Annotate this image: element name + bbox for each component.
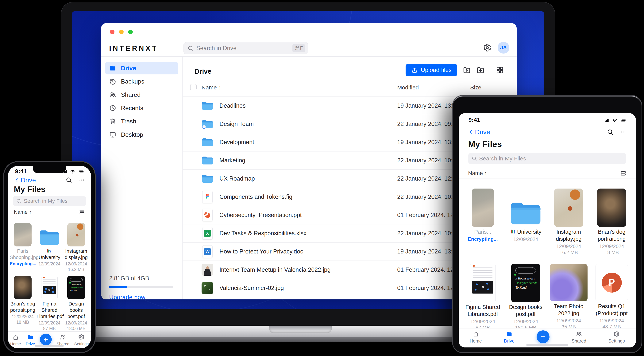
file-name: UX Roadmap bbox=[220, 175, 255, 182]
grid-item[interactable]: P Results Q1 (Product).ppt 12/09/2024 48… bbox=[591, 264, 632, 328]
grid-item[interactable]: Instagram display.jpg 12/09/2024 16.2 MB bbox=[548, 188, 589, 255]
file-modified: 22 January 2024. 10:08 bbox=[397, 193, 459, 200]
search-icon[interactable] bbox=[607, 129, 614, 135]
new-folder-button[interactable] bbox=[476, 66, 485, 74]
upload-files-button[interactable]: Upload files bbox=[406, 64, 457, 76]
file-modified: 22 January 2024. 09:2 bbox=[397, 121, 456, 127]
stage: INTERNXT Search in Drive ⌘F JA Drive Bac… bbox=[0, 0, 644, 356]
grid-item[interactable]: Figma Shared Libraries.pdf 12/09/2024 87… bbox=[36, 276, 62, 331]
upload-icon bbox=[411, 67, 418, 73]
sort-bar: Name ↑ bbox=[468, 170, 626, 177]
page-title: My Files bbox=[14, 185, 46, 194]
nav-drive[interactable]: Drive bbox=[26, 334, 35, 346]
column-size[interactable]: Size bbox=[470, 84, 481, 91]
nav-settings[interactable]: Settings bbox=[608, 331, 625, 344]
grid-item[interactable]: Instagram display.jpg 12/09/2024 16.2 MB bbox=[63, 223, 89, 272]
item-size: 48.7 MB bbox=[591, 324, 632, 328]
sidebar-item-recents[interactable]: Recents bbox=[105, 102, 178, 114]
macbook-lid-notch bbox=[269, 326, 332, 333]
battery-icon bbox=[78, 169, 85, 175]
grid-item[interactable]: Team Photo 2022.jpg 12/09/2024 35 MB bbox=[548, 264, 589, 328]
sort-by-name[interactable]: Name ↑ bbox=[14, 209, 32, 215]
item-date: 12/09/2024 bbox=[591, 318, 632, 324]
more-options-icon[interactable] bbox=[620, 129, 626, 135]
avatar[interactable]: JA bbox=[498, 42, 510, 53]
drive-search-input[interactable]: Search in Drive ⌘F bbox=[184, 42, 308, 54]
grid-item[interactable]: 5 Books EveryDesigner NeedsTo Read Desig… bbox=[63, 276, 89, 331]
sort-by-name[interactable]: Name ↑ bbox=[468, 170, 487, 177]
add-button[interactable] bbox=[40, 334, 52, 345]
sidebar-item-trash[interactable]: Trash bbox=[105, 115, 178, 128]
storage-usage-text: 2.81GB of 4GB bbox=[109, 275, 174, 282]
back-button[interactable]: Drive bbox=[468, 128, 490, 136]
item-name: Paris Shopping.jpg bbox=[10, 248, 36, 260]
pdf-thumbnail bbox=[41, 276, 58, 299]
users-icon bbox=[576, 331, 582, 337]
search-icon[interactable] bbox=[66, 177, 72, 183]
sidebar-item-label: Drive bbox=[121, 65, 136, 72]
powerpoint-thumbnail: P bbox=[596, 264, 628, 301]
search-input[interactable]: Search in My Files bbox=[468, 153, 626, 164]
iphone-notch bbox=[33, 166, 66, 173]
sidebar-item-shared[interactable]: Shared bbox=[105, 88, 178, 101]
folder-icon bbox=[509, 188, 542, 227]
photo-thumbnail bbox=[472, 188, 494, 227]
nav-shared[interactable]: Shared bbox=[56, 334, 70, 346]
nav-drive[interactable]: Drive bbox=[504, 331, 514, 344]
more-options-icon[interactable] bbox=[78, 177, 85, 183]
search-icon bbox=[188, 45, 194, 51]
grid-item[interactable]: University 12/09/2024 bbox=[505, 188, 546, 255]
upload-folder-button[interactable] bbox=[462, 66, 471, 74]
nav-settings[interactable]: Settings bbox=[74, 334, 88, 346]
main-actions: Upload files bbox=[406, 64, 504, 76]
item-name: Design books post.pdf bbox=[505, 304, 546, 318]
item-date: 12/09/2024 bbox=[36, 320, 62, 326]
grid-item[interactable]: Brian’s dog portrait.png 12/09/2024 18 M… bbox=[591, 188, 632, 255]
minimize-window-button[interactable] bbox=[119, 30, 124, 34]
nav-shared[interactable]: Shared bbox=[572, 331, 586, 344]
grid-item[interactable]: Brian’s dog portrait.png 12/09/2024 18 M… bbox=[10, 276, 36, 331]
column-modified[interactable]: Modified bbox=[397, 84, 419, 91]
page-title: Drive bbox=[195, 68, 212, 75]
upgrade-now-link[interactable]: Upgrade now bbox=[109, 294, 174, 299]
item-name: Instagram display.jpg bbox=[548, 228, 589, 242]
ppt-icon bbox=[202, 209, 213, 221]
sidebar-item-label: Trash bbox=[121, 118, 136, 125]
close-window-button[interactable] bbox=[110, 30, 114, 34]
search-input[interactable]: Search in My Files bbox=[13, 196, 86, 206]
select-all-checkbox[interactable] bbox=[190, 84, 196, 90]
settings-gear-button[interactable] bbox=[483, 43, 492, 52]
nav-home[interactable]: Home bbox=[470, 331, 482, 344]
chevron-left-icon bbox=[14, 177, 20, 183]
excel-icon: X bbox=[202, 227, 213, 240]
photo-leaves-icon bbox=[202, 282, 213, 294]
zoom-window-button[interactable] bbox=[128, 30, 133, 34]
item-name: Instagram display.jpg bbox=[63, 248, 89, 260]
item-name: University bbox=[36, 248, 62, 260]
sidebar-item-backups[interactable]: Backups bbox=[105, 75, 178, 88]
back-button[interactable]: Drive bbox=[14, 177, 36, 184]
add-button[interactable] bbox=[536, 330, 550, 343]
file-name: Valencia-Summer-02.jpg bbox=[220, 285, 284, 291]
list-view-icon[interactable] bbox=[79, 209, 85, 215]
file-grid: Paris Shopping.jpg Encrypting... Univers… bbox=[9, 217, 90, 331]
folder-fill-icon bbox=[27, 334, 34, 341]
users-icon bbox=[60, 334, 66, 341]
sidebar-item-drive[interactable]: Drive bbox=[105, 62, 178, 74]
column-name[interactable]: Name ↑ bbox=[202, 84, 221, 91]
file-name: Deadlines bbox=[220, 102, 246, 109]
item-date: 12/09/2024 bbox=[548, 243, 589, 249]
sidebar-item-desktop[interactable]: Desktop bbox=[105, 128, 178, 141]
list-view-icon[interactable] bbox=[620, 170, 626, 177]
grid-item[interactable]: 5 Books EveryDesigner NeedsTo Read Desig… bbox=[505, 264, 546, 328]
books-icon bbox=[46, 248, 51, 253]
item-date: 12/09/2024 bbox=[548, 318, 589, 324]
grid-view-button[interactable] bbox=[496, 66, 504, 74]
grid-item[interactable]: Paris Shopping.jpg Encrypting... bbox=[10, 223, 36, 272]
grid-item[interactable]: University 12/09/2024 bbox=[36, 223, 62, 272]
storage-widget: 2.81GB of 4GB Upgrade now bbox=[109, 275, 174, 299]
grid-item[interactable]: Paris... Encrypting... bbox=[462, 188, 503, 255]
grid-item[interactable]: Figma Shared Libraries.pdf 12/09/2024 87… bbox=[462, 264, 503, 328]
item-date: 12/09/2024 bbox=[63, 261, 89, 267]
nav-home[interactable]: Home bbox=[10, 334, 21, 346]
